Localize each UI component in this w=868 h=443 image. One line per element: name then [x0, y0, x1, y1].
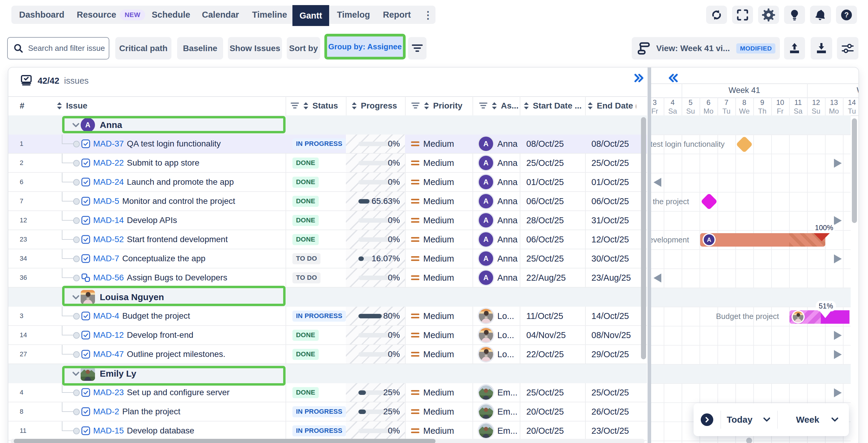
svg-text:?: ? [844, 11, 849, 19]
